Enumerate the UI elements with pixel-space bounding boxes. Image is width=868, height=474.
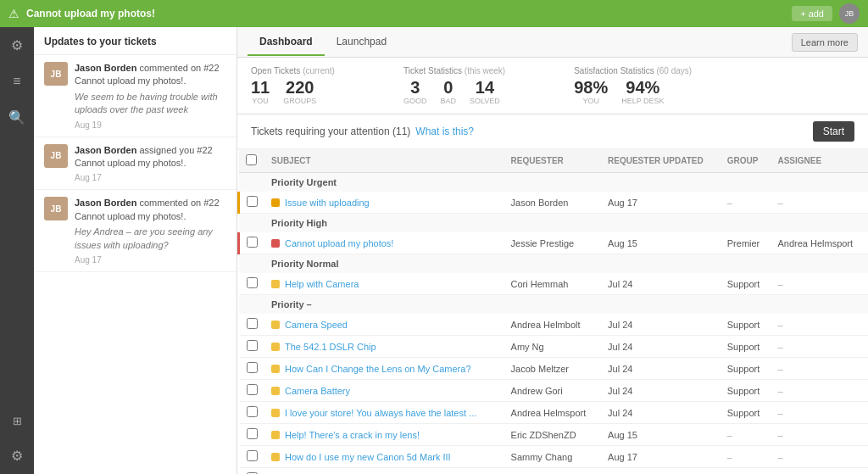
col-requester: REQUESTER	[504, 149, 602, 173]
update-content: Jason Borden assigned you #22 Cannot upl…	[75, 144, 226, 183]
update-content: Jason Borden commented on #22 Cannot upl…	[75, 62, 226, 130]
update-item: JB Jason Borden commented on #22 Cannot …	[34, 55, 236, 137]
updates-title: Updates to your tickets	[34, 27, 236, 55]
avatar[interactable]: JB	[839, 3, 860, 24]
priority-dot-icon	[271, 280, 280, 288]
attention-text: Tickets requiring your attention (11)	[251, 125, 410, 137]
ticket-checkbox[interactable]	[247, 237, 258, 248]
ticket-updated: Jul 24	[601, 273, 721, 295]
row-checkbox-cell	[239, 232, 265, 254]
update-item: JB Jason Borden commented on #22 Cannot …	[34, 190, 236, 272]
ticket-checkbox[interactable]	[247, 384, 258, 395]
ticket-assignee: –	[771, 336, 868, 358]
ticket-assignee: –	[771, 402, 868, 424]
ticket-updated: Aug 15	[601, 232, 721, 254]
ticket-checkbox[interactable]	[247, 318, 258, 329]
priority-dot-icon	[271, 343, 280, 351]
update-date: Aug 17	[75, 173, 226, 182]
priority-dot-icon	[271, 365, 280, 373]
what-is-this-link[interactable]: What is this?	[415, 125, 474, 137]
ticket-subject-link[interactable]: The 542.1 DSLR Chip	[285, 342, 376, 352]
ticket-subject-cell: Camera Speed	[264, 314, 504, 336]
col-updated: REQUESTER UPDATED	[601, 149, 721, 173]
ticket-subject-link[interactable]: Help! There's a crack in my lens!	[285, 430, 420, 440]
ticket-requester: Sammy Chang	[504, 446, 602, 468]
ticket-group: –	[721, 424, 771, 446]
ticket-group: Support	[721, 273, 771, 295]
tab-launchpad[interactable]: Launchpad	[325, 29, 398, 56]
priority-row: Priority High	[239, 214, 869, 233]
updates-panel: Updates to your tickets JB Jason Borden …	[34, 27, 237, 474]
ticket-subject-cell: Help! There's a crack in my lens!	[264, 424, 504, 446]
priority-row: Priority Urgent	[239, 173, 869, 192]
sidebar-menu-icon[interactable]: ≡	[9, 70, 24, 92]
priority-dot-icon	[271, 409, 280, 417]
learn-more-button[interactable]: Learn more	[792, 33, 858, 52]
ticket-subject-link[interactable]: How do I use my new Canon 5d Mark III	[285, 452, 451, 462]
ticket-subject-cell: The 542.1 DSLR Chip	[264, 336, 504, 358]
sidebar: ⚙ ≡ 🔍 ⊞ ⚙	[0, 27, 34, 474]
ticket-requester: Jacob Meltzer	[504, 358, 602, 380]
priority-dot-icon	[271, 431, 280, 439]
ticket-group: Premier	[721, 232, 771, 254]
select-all-checkbox[interactable]	[246, 154, 257, 165]
tabs-bar: Dashboard Launchpad Learn more	[237, 27, 868, 58]
ticket-checkbox[interactable]	[247, 406, 258, 417]
ticket-assignee: –	[771, 424, 868, 446]
ticket-subject-link[interactable]: Camera Battery	[285, 386, 350, 396]
row-checkbox-cell	[239, 424, 265, 446]
ticket-subject-link[interactable]: Issue with uploading	[285, 198, 370, 208]
table-row: Help! There's a crack in my lens! Eric Z…	[239, 424, 869, 446]
row-checkbox-cell	[239, 314, 265, 336]
priority-dot-icon	[271, 198, 280, 207]
table-row: View our specs sheet... Jason Borden Yes…	[239, 468, 869, 475]
col-assignee: ASSIGNEE	[771, 149, 868, 173]
ticket-updated: Jul 24	[601, 336, 721, 358]
table-header-row: SUBJECT REQUESTER REQUESTER UPDATED GROU…	[239, 149, 869, 173]
tickets-area: SUBJECT REQUESTER REQUESTER UPDATED GROU…	[237, 149, 868, 474]
sidebar-gear-icon[interactable]: ⚙	[8, 34, 26, 57]
ticket-subject-link[interactable]: Help with Camera	[285, 279, 359, 289]
sidebar-grid-icon[interactable]: ⊞	[9, 411, 25, 431]
ticket-subject-cell: How Can I Change the Lens on My Camera?	[264, 358, 504, 380]
stat-groups: 220 GROUPS	[283, 79, 316, 105]
ticket-subject-link[interactable]: I love your store! You always have the l…	[285, 408, 476, 418]
update-date: Aug 19	[75, 120, 226, 130]
tab-dashboard[interactable]: Dashboard	[248, 29, 325, 56]
ticket-checkbox[interactable]	[247, 428, 258, 439]
ticket-checkbox[interactable]	[247, 450, 258, 461]
sidebar-settings-icon[interactable]: ⚙	[8, 444, 26, 467]
ticket-group: –	[721, 192, 771, 214]
ticket-checkbox[interactable]	[247, 362, 258, 373]
start-button[interactable]: Start	[813, 121, 854, 142]
ticket-requester: Eric ZDShenZD	[504, 424, 602, 446]
update-avatar: JB	[44, 144, 68, 168]
ticket-subject-cell: How do I use my new Canon 5d Mark III	[264, 446, 504, 468]
ticket-assignee: –	[771, 358, 868, 380]
ticket-subject-cell: View our specs sheet...	[264, 468, 504, 475]
ticket-subject-link[interactable]: How Can I Change the Lens on My Camera?	[285, 364, 471, 374]
priority-dot-icon	[271, 321, 280, 329]
ticket-subject-link[interactable]: Camera Speed	[285, 320, 348, 330]
row-checkbox-cell	[239, 273, 265, 295]
topbar: ⚠ Cannot upload my photos! + add JB	[0, 0, 868, 27]
table-row: The 542.1 DSLR Chip Amy Ng Jul 24 Suppor…	[239, 336, 869, 358]
ticket-updated: Aug 17	[601, 446, 721, 468]
table-row: Camera Battery Andrew Gori Jul 24 Suppor…	[239, 380, 869, 402]
row-checkbox-cell	[239, 402, 265, 424]
tickets-table: SUBJECT REQUESTER REQUESTER UPDATED GROU…	[237, 149, 868, 474]
ticket-checkbox[interactable]	[247, 340, 258, 351]
main-content: Dashboard Launchpad Learn more Open Tick…	[237, 27, 868, 474]
ticket-requester: Andrea Helmsport	[504, 402, 602, 424]
row-checkbox-cell	[239, 192, 265, 214]
add-button[interactable]: + add	[792, 6, 832, 21]
ticket-requester: Amy Ng	[504, 336, 602, 358]
ticket-assignee: Andrea Helmsport	[771, 232, 868, 254]
ticket-checkbox[interactable]	[247, 277, 258, 288]
table-row: Issue with uploading Jason Borden Aug 17…	[239, 192, 869, 214]
sidebar-search-icon[interactable]: 🔍	[5, 106, 29, 129]
ticket-requester: Jason Borden	[504, 192, 602, 214]
ticket-subject-link[interactable]: Cannot upload my photos!	[285, 238, 393, 248]
priority-dot-icon	[271, 387, 280, 395]
ticket-checkbox[interactable]	[247, 196, 258, 207]
